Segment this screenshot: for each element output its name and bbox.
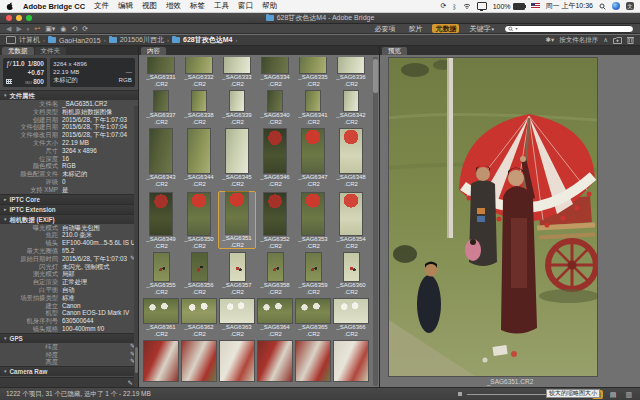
- metadata-section-header[interactable]: ▾相机数据 (EXIF): [0, 214, 138, 224]
- filter-button[interactable]: ✱▾: [546, 36, 555, 44]
- breadcrumb-item[interactable]: GaoHan2015: [59, 37, 101, 44]
- zoom-button[interactable]: [26, 15, 32, 21]
- thumbnail-cell[interactable]: _SAG6345.CR2: [218, 129, 256, 187]
- search-box[interactable]: ▾: [504, 25, 634, 33]
- tab-content[interactable]: 内容: [141, 47, 166, 55]
- thumbnail-cell[interactable]: _SAG6353.CR2: [294, 191, 332, 249]
- get-photos-from-camera-button[interactable]: ▣▾: [45, 24, 55, 34]
- workspace-tab[interactable]: 胶片: [405, 24, 425, 33]
- workspace-tab[interactable]: 元数据: [432, 24, 459, 33]
- menubar-item[interactable]: 工具: [214, 1, 229, 11]
- menubar-item[interactable]: 增效: [166, 1, 181, 11]
- thumbnail-cell[interactable]: _SAG6339.CR2: [218, 91, 256, 125]
- minimize-button[interactable]: [16, 15, 22, 21]
- menubar-item[interactable]: 文件: [94, 1, 109, 11]
- bluetooth-icon[interactable]: ᛒ: [452, 3, 456, 10]
- workspace-tab[interactable]: 必要项: [371, 24, 398, 33]
- breadcrumb-item[interactable]: 201506川西北: [120, 35, 164, 45]
- thumbnail-cell[interactable]: _SAG6348.CR2: [332, 129, 370, 187]
- thumbnail-cell[interactable]: _SAG6359.CR2: [294, 253, 332, 295]
- spotlight-icon[interactable]: [599, 3, 606, 10]
- thumbnail-cell[interactable]: _SAG6335.CR2: [294, 57, 332, 87]
- thumbnail-cell[interactable]: _SAG6342.CR2: [332, 91, 370, 125]
- thumbnail-cell[interactable]: [142, 341, 180, 381]
- display-icon[interactable]: [477, 2, 487, 10]
- metadata-section-header[interactable]: ▾文件属性: [0, 90, 138, 100]
- search-input[interactable]: [519, 25, 630, 32]
- thumbnail-cell[interactable]: _SAG6361.CR2: [142, 299, 180, 337]
- thumbnail-cell[interactable]: _SAG6350.CR2: [180, 191, 218, 249]
- close-button[interactable]: [6, 15, 12, 21]
- thumbnail-cell[interactable]: _SAG6366.CR2: [332, 299, 370, 337]
- sort-label[interactable]: 按文件名排序: [559, 36, 598, 45]
- smaller-thumbnails-button[interactable]: [458, 392, 462, 396]
- breadcrumb-item[interactable]: 628甘孜色达M4: [183, 35, 232, 45]
- delete-button[interactable]: [627, 36, 634, 44]
- menubar-item[interactable]: 帮助: [262, 1, 277, 11]
- view-list-button[interactable]: ▥: [623, 390, 634, 399]
- thumbnail-cell[interactable]: _SAG6336.CR2: [332, 57, 370, 87]
- thumbnail-cell[interactable]: _SAG6365.CR2: [294, 299, 332, 337]
- sync-icon[interactable]: ⟳: [441, 2, 447, 10]
- siri-icon[interactable]: [612, 2, 620, 10]
- thumbnail-cell[interactable]: [332, 341, 370, 381]
- thumbnail-cell[interactable]: _SAG6360.CR2: [332, 253, 370, 295]
- thumbnail-cell[interactable]: _SAG6358.CR2: [256, 253, 294, 295]
- thumbnail-cell[interactable]: _SAG6356.CR2: [180, 253, 218, 295]
- thumbnail-cell[interactable]: _SAG6340.CR2: [256, 91, 294, 125]
- thumbnail-cell[interactable]: _SAG6334.CR2: [256, 57, 294, 87]
- thumbnail-cell[interactable]: _SAG6364.CR2: [256, 299, 294, 337]
- app-menu[interactable]: Adobe Bridge CC: [23, 2, 85, 11]
- forward-button[interactable]: ▶: [16, 24, 21, 34]
- thumbnail-cell[interactable]: _SAG6346.CR2: [256, 129, 294, 187]
- menubar-item[interactable]: 标签: [190, 1, 205, 11]
- rotate-right-button[interactable]: ⟳: [82, 24, 88, 34]
- thumbnail-cell[interactable]: _SAG6331.CR2: [142, 57, 180, 87]
- battery-indicator[interactable]: 100%: [493, 3, 525, 10]
- thumbnail-cell[interactable]: _SAG6344.CR2: [180, 129, 218, 187]
- boomerang-button[interactable]: ↩: [34, 24, 40, 34]
- nav-dropdown[interactable]: ▾: [27, 24, 30, 34]
- edit-pencil-icon[interactable]: ✎: [128, 379, 133, 387]
- workspace-tab[interactable]: 关键字▾: [466, 24, 497, 34]
- thumbnail-cell[interactable]: _SAG6355.CR2: [142, 253, 180, 295]
- thumbnail-cell[interactable]: _SAG6363.CR2: [218, 299, 256, 337]
- sidebar-scrollbar[interactable]: [134, 106, 138, 387]
- metadata-section-header[interactable]: ▾GPS: [0, 333, 138, 343]
- thumbnail-cell[interactable]: _SAG6357.CR2: [218, 253, 256, 295]
- wifi-icon[interactable]: [463, 3, 471, 9]
- sort-direction-button[interactable]: ∧: [603, 36, 608, 44]
- thumbnail-cell[interactable]: [218, 341, 256, 381]
- locale-flag-icon[interactable]: [531, 3, 540, 9]
- thumbnail-cell[interactable]: _SAG6337.CR2: [142, 91, 180, 125]
- tab-preview[interactable]: 预览: [382, 47, 407, 55]
- thumbnail-cell[interactable]: _SAG6338.CR2: [180, 91, 218, 125]
- metadata-section-header[interactable]: ▾Camera Raw: [0, 366, 138, 376]
- input-method-icon[interactable]: 文: [626, 2, 634, 10]
- view-details-button[interactable]: ▤: [608, 390, 619, 399]
- back-button[interactable]: ◀: [6, 24, 11, 34]
- refine-button[interactable]: ◉: [60, 24, 66, 34]
- sidebar-tab[interactable]: 文件夹: [35, 47, 67, 55]
- thumbnail-cell[interactable]: [256, 341, 294, 381]
- menubar-item[interactable]: 视图: [142, 1, 157, 11]
- metadata-section-header[interactable]: ▸IPTC Core: [0, 194, 138, 204]
- menubar-item[interactable]: 编辑: [118, 1, 133, 11]
- thumbnail-cell[interactable]: _SAG6333.CR2: [218, 57, 256, 87]
- rotate-left-button[interactable]: ⟲: [71, 24, 77, 34]
- thumbnail-cell[interactable]: _SAG6343.CR2: [142, 129, 180, 187]
- apple-menu[interactable]: [6, 2, 14, 11]
- thumbnail-cell[interactable]: _SAG6352.CR2: [256, 191, 294, 249]
- thumbnail-cell[interactable]: _SAG6341.CR2: [294, 91, 332, 125]
- metadata-section-header[interactable]: ▸IPTC Extension: [0, 204, 138, 214]
- thumbnail-cell[interactable]: _SAG6354.CR2: [332, 191, 370, 249]
- content-scrollbar-thumb[interactable]: [373, 59, 378, 93]
- thumbnail-cell[interactable]: [180, 341, 218, 381]
- thumbnail-cell[interactable]: _SAG6351.CR2: [218, 191, 256, 249]
- thumbnail-cell[interactable]: _SAG6332.CR2: [180, 57, 218, 87]
- thumbnail-cell[interactable]: [294, 341, 332, 381]
- thumbnail-cell[interactable]: _SAG6349.CR2: [142, 191, 180, 249]
- search-scope-caret[interactable]: ▾: [515, 26, 517, 31]
- breadcrumb-item[interactable]: 计算机: [19, 35, 40, 45]
- sidebar-tab[interactable]: 元数据: [2, 47, 34, 55]
